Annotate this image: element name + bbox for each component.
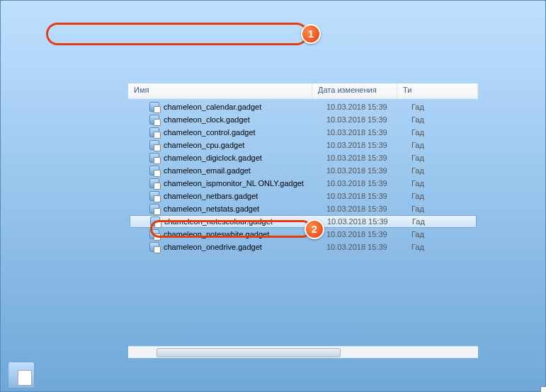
gadget-icon bbox=[87, 67, 98, 78]
file-type: Гад bbox=[411, 243, 478, 251]
column-date[interactable]: Дата изменения bbox=[312, 83, 397, 98]
callout-2: 2 bbox=[305, 219, 324, 239]
file-date: 10.03.2018 15:39 bbox=[326, 204, 411, 213]
file-name: chameleon_noteswhite.gadget bbox=[164, 230, 326, 238]
file-date: 10.03.2018 15:39 bbox=[326, 103, 411, 111]
file-row[interactable]: chameleon_clock.gadget10.03.2018 15:39Га… bbox=[128, 113, 478, 126]
file-name: chameleon_ispmonitor_NL ONLY.gadget bbox=[164, 179, 326, 188]
file-date: 10.03.2018 15:39 bbox=[326, 192, 411, 200]
file-name: chameleon_digiclock.gadget bbox=[164, 154, 326, 162]
file-row[interactable]: chameleon_calendar.gadget10.03.2018 15:3… bbox=[128, 100, 478, 113]
file-type: Гад bbox=[412, 217, 476, 226]
file-date: 10.03.2018 15:39 bbox=[326, 230, 411, 238]
gadget-icon bbox=[149, 242, 159, 252]
file-name: chameleon_netstats.gadget bbox=[164, 204, 326, 213]
file-row[interactable]: chameleon_netstats.gadget10.03.2018 15:3… bbox=[128, 202, 478, 215]
gadget-icon bbox=[149, 140, 159, 150]
file-date: 10.03.2018 15:39 bbox=[326, 141, 411, 149]
column-type[interactable]: Ти bbox=[397, 83, 478, 98]
list-body[interactable]: chameleon_calendar.gadget10.03.2018 15:3… bbox=[128, 99, 478, 346]
file-row[interactable]: chameleon_noteswhite.gadget10.03.2018 15… bbox=[128, 228, 478, 241]
column-name[interactable]: Имя bbox=[128, 83, 312, 98]
file-name: chameleon_netbars.gadget bbox=[164, 192, 326, 200]
file-row[interactable]: chameleon_notescolour.gadget10.03.2018 1… bbox=[130, 215, 477, 228]
file-name: chameleon_email.gadget bbox=[164, 166, 326, 175]
file-row[interactable]: chameleon_ispmonitor_NL ONLY.gadget10.03… bbox=[128, 177, 478, 190]
gadget-icon bbox=[149, 102, 159, 112]
file-type: Гад bbox=[411, 230, 478, 238]
file-type: Гад bbox=[411, 115, 478, 124]
file-date: 10.03.2018 15:39 bbox=[326, 154, 411, 162]
gadget-icon bbox=[149, 127, 159, 137]
gadget-icon bbox=[149, 178, 159, 188]
file-row[interactable]: chameleon_cpu.gadget10.03.2018 15:39Гад bbox=[128, 139, 478, 151]
callout-1: 1 bbox=[301, 24, 321, 44]
file-type: Гад bbox=[411, 141, 478, 149]
file-type: Гад bbox=[411, 166, 478, 175]
file-date: 10.03.2018 15:39 bbox=[326, 166, 411, 175]
file-row[interactable]: chameleon_netbars.gadget10.03.2018 15:39… bbox=[128, 190, 478, 202]
gadget-icon bbox=[149, 204, 159, 214]
file-name: chameleon_clock.gadget bbox=[164, 115, 326, 124]
open-button[interactable]: Открыть ▼ bbox=[80, 64, 147, 80]
file-date: 10.03.2018 15:39 bbox=[326, 243, 411, 251]
gadget-icon bbox=[149, 153, 159, 163]
gadget-icon bbox=[150, 217, 160, 226]
list-headers: Имя Дата изменения Ти bbox=[128, 83, 478, 99]
file-row[interactable]: chameleon_digiclock.gadget10.03.2018 15:… bbox=[128, 151, 478, 164]
gadget-icon bbox=[149, 191, 159, 201]
file-type: Гад bbox=[411, 204, 478, 213]
gadget-icon bbox=[149, 166, 159, 175]
file-date: 10.03.2018 15:39 bbox=[326, 128, 411, 137]
file-thumbnail bbox=[8, 362, 35, 388]
file-type: Гад bbox=[411, 154, 478, 162]
scrollbar-thumb[interactable] bbox=[157, 348, 341, 357]
file-date: 10.03.2018 15:39 bbox=[327, 217, 412, 226]
file-row[interactable]: chameleon_onedrive.gadget10.03.2018 15:3… bbox=[128, 241, 478, 253]
file-type: Гад bbox=[411, 179, 478, 188]
file-date: 10.03.2018 15:39 bbox=[326, 115, 411, 124]
file-type: Гад bbox=[411, 103, 478, 111]
file-name: chameleon_cpu.gadget bbox=[164, 141, 326, 149]
file-date: 10.03.2018 15:39 bbox=[326, 179, 411, 188]
file-name: chameleon_onedrive.gadget bbox=[164, 243, 326, 251]
file-name: chameleon_control.gadget bbox=[164, 128, 326, 137]
file-row[interactable]: chameleon_email.gadget10.03.2018 15:39Га… bbox=[128, 164, 478, 177]
gadget-icon bbox=[149, 115, 159, 125]
file-list: Имя Дата изменения Ти chameleon_calendar… bbox=[128, 83, 478, 358]
file-row[interactable]: chameleon_control.gadget10.03.2018 15:39… bbox=[128, 126, 478, 139]
toolbar: Упорядочить ▼ Открыть ▼ Записать на опти… bbox=[0, 61, 546, 83]
horizontal-scrollbar[interactable] bbox=[128, 346, 478, 358]
file-name: chameleon_calendar.gadget bbox=[164, 103, 326, 111]
file-name: chameleon_notescolour.gadget bbox=[164, 217, 327, 226]
file-type: Гад bbox=[411, 128, 478, 137]
file-type: Гад bbox=[411, 192, 478, 200]
gadget-icon bbox=[149, 229, 159, 239]
